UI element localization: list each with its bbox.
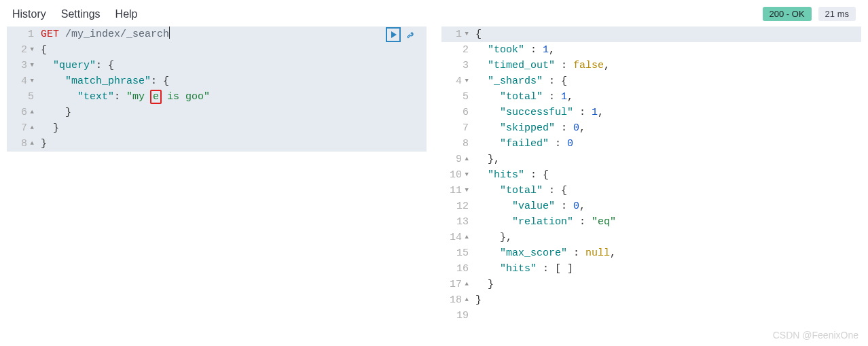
latency-badge: 21 ms: [818, 7, 856, 21]
line-gutter: 14▲: [441, 230, 473, 245]
line-gutter: 5: [441, 89, 473, 105]
menu-history[interactable]: History: [12, 8, 46, 20]
line-gutter: 19: [441, 308, 473, 324]
line-gutter: 4▼: [441, 73, 473, 89]
line-gutter: 1▼: [441, 27, 473, 42]
line-gutter: 6▲: [7, 105, 38, 120]
line-gutter: 7▲: [7, 120, 38, 136]
status-badge: 200 - OK: [763, 7, 812, 21]
line-gutter: 1: [7, 27, 38, 42]
top-bar: History Settings Help 200 - OK 21 ms: [0, 0, 868, 27]
line-gutter: 12: [441, 198, 473, 214]
line-gutter: 8: [441, 136, 473, 152]
line-gutter: 3: [441, 58, 473, 73]
response-viewer[interactable]: 1▼ { 2 "took" : 1, 3 "timed_out" : false…: [441, 27, 861, 343]
http-method: GET: [41, 29, 59, 40]
main-menu: History Settings Help: [12, 8, 138, 20]
line-gutter: 6: [441, 105, 473, 120]
wrench-icon[interactable]: [405, 29, 417, 41]
line-gutter: 9▲: [441, 152, 473, 167]
line-gutter: 13: [441, 214, 473, 230]
highlighted-char: e: [150, 90, 162, 104]
line-gutter: 2: [441, 42, 473, 58]
line-gutter: 17▲: [441, 277, 473, 292]
cursor: [169, 27, 170, 39]
line-gutter: 10▼: [441, 167, 473, 183]
menu-settings[interactable]: Settings: [61, 8, 101, 20]
menu-help[interactable]: Help: [115, 8, 138, 20]
request-editor[interactable]: 1 GET /my_index/_search 2▼ { 3▼ "query":…: [7, 27, 427, 343]
request-path: /my_index/_search: [65, 29, 169, 40]
line-gutter: 2▼: [7, 42, 38, 58]
line-gutter: 4▼: [7, 73, 38, 89]
line-gutter: 16: [441, 261, 473, 277]
line-gutter: 7: [441, 120, 473, 136]
line-gutter: 11▼: [441, 183, 473, 198]
line-gutter: 18▲: [441, 292, 473, 308]
line-gutter: 8▲: [7, 136, 38, 152]
line-gutter: 15: [441, 245, 473, 261]
line-gutter: 3▼: [7, 58, 38, 73]
line-gutter: 5: [7, 89, 38, 105]
run-button[interactable]: [386, 27, 401, 42]
